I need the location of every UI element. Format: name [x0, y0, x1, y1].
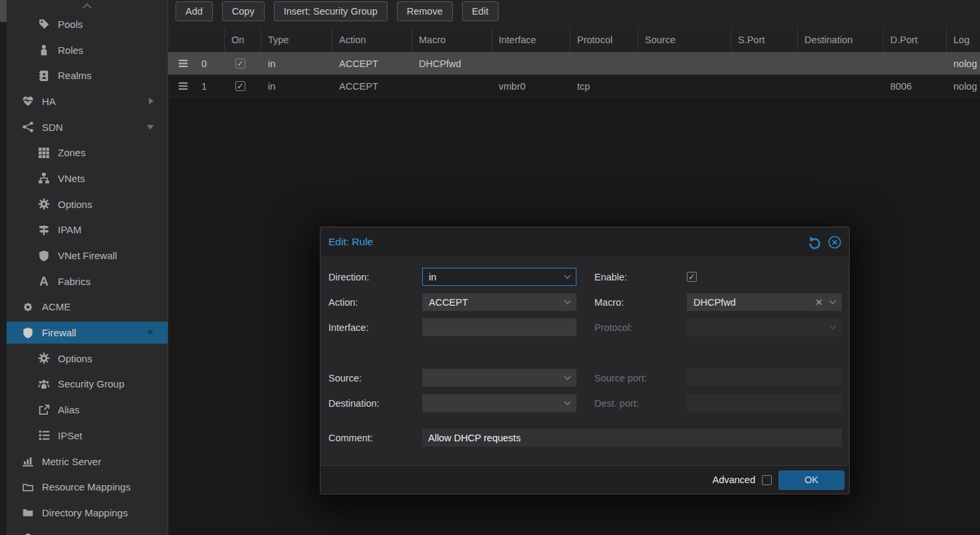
list-ol-icon: [38, 429, 50, 441]
advanced-label: Advanced: [713, 475, 756, 485]
cell-log: nolog: [947, 75, 980, 97]
sidebar-scroll-up[interactable]: [7, 0, 168, 11]
action-combo[interactable]: ACCEPT: [422, 293, 576, 311]
rule-row-1[interactable]: 1inACCEPTvmbr0tcp8006nolog: [168, 75, 980, 98]
direction-combo[interactable]: in: [422, 268, 576, 286]
sidebar-item-ipset[interactable]: IPSet: [7, 423, 168, 449]
scrollbar-thumb[interactable]: [0, 0, 7, 22]
column-header-destination[interactable]: Destination: [798, 28, 884, 52]
destination-combo[interactable]: [422, 394, 576, 412]
chevron-down-icon: [830, 298, 836, 304]
column-header-protocol[interactable]: Protocol: [570, 28, 638, 52]
collapse-arrow-icon[interactable]: [147, 125, 154, 130]
sidebar-items: PoolsRolesRealmsHASDNZonesVNetsOptionsIP…: [7, 11, 168, 535]
sidebar-item-label: Resource Mappings: [42, 481, 130, 492]
edit-button[interactable]: Edit: [462, 1, 499, 21]
cell-type: in: [261, 53, 332, 74]
copy-button[interactable]: Copy: [222, 1, 265, 21]
sidebar-item-security-group[interactable]: Security Group: [7, 372, 168, 397]
sidebar-item-sdn[interactable]: SDN: [7, 114, 168, 140]
sidebar-item-vnet-firewall[interactable]: VNet Firewall: [7, 243, 168, 268]
sidebar-item-label: Roles: [58, 45, 83, 56]
macro-value: DHCPfwd: [693, 297, 814, 308]
fabrics-icon: [38, 275, 50, 287]
expand-arrow-icon[interactable]: [149, 98, 154, 104]
cell-dport: [884, 53, 947, 74]
sidebar-item-resource-mappings[interactable]: Resource Mappings: [7, 474, 168, 500]
cell-log: nolog: [947, 53, 980, 74]
macro-label: Macro:: [594, 297, 687, 308]
cell-destination: [798, 53, 884, 74]
chevron-down-icon: [564, 374, 571, 380]
undo-icon[interactable]: [808, 235, 822, 249]
sidebar-item-acme[interactable]: ACME: [7, 294, 168, 320]
rule-on-checkbox[interactable]: [235, 81, 245, 91]
column-header-on[interactable]: On: [225, 28, 261, 52]
rules-table-header: OnTypeActionMacroInterfaceProtocolSource…: [168, 28, 980, 53]
macro-combo[interactable]: DHCPfwd ✕: [687, 293, 842, 311]
cell-protocol: [570, 53, 638, 74]
sidebar-item-label: Directory Mappings: [42, 507, 128, 518]
sidebar-item-options[interactable]: Options: [7, 191, 168, 217]
action-label: Action:: [328, 297, 422, 308]
drag-handle-icon[interactable]: [178, 58, 189, 68]
sidebar-nav: PoolsRolesRealmsHASDNZonesVNetsOptionsIP…: [7, 0, 168, 535]
sidebar-item-metric-server[interactable]: Metric Server: [7, 449, 168, 475]
source-combo[interactable]: [422, 369, 576, 387]
enable-checkbox[interactable]: [687, 272, 697, 282]
sidebar-item-directory-mappings[interactable]: Directory Mappings: [7, 500, 168, 526]
protocol-combo: [687, 318, 842, 336]
sidebar-item-zones[interactable]: Zones: [7, 140, 168, 165]
sidebar-item-alias[interactable]: Alias: [7, 397, 168, 423]
sidebar-item-fabrics[interactable]: Fabrics: [7, 268, 168, 294]
destination-label: Destination:: [328, 398, 422, 409]
action-value: ACCEPT: [429, 297, 565, 308]
interface-input[interactable]: [422, 318, 576, 336]
sidebar-item-vnets[interactable]: VNets: [7, 165, 168, 191]
source-port-label: Source port:: [594, 373, 687, 383]
outer-scrollbar[interactable]: [0, 0, 7, 535]
sidebar-item-label: VNets: [58, 173, 85, 184]
column-header-type[interactable]: Type: [261, 28, 332, 52]
sidebar-item-pools[interactable]: Pools: [7, 11, 168, 37]
ok-button[interactable]: OK: [779, 471, 844, 490]
dialog-header[interactable]: Edit: Rule: [320, 227, 849, 257]
bell-icon: [22, 532, 34, 535]
insert-security-group-button[interactable]: Insert: Security Group: [274, 1, 388, 21]
rules-toolbar: AddCopyInsert: Security GroupRemoveEdit: [168, 0, 980, 28]
collapse-arrow-icon[interactable]: [147, 330, 154, 335]
column-header-s-port[interactable]: S.Port: [731, 28, 798, 52]
column-header-log[interactable]: Log: [947, 28, 980, 52]
column-header-action[interactable]: Action: [332, 28, 412, 52]
sidebar-item-options[interactable]: Options: [7, 346, 168, 372]
sidebar-item-ipam[interactable]: IPAM: [7, 217, 168, 243]
advanced-checkbox[interactable]: [762, 475, 772, 485]
dialog-footer: Advanced OK: [320, 465, 849, 494]
rule-on-checkbox[interactable]: [235, 58, 245, 68]
vnets-icon: [38, 172, 50, 184]
clear-icon[interactable]: ✕: [814, 296, 823, 308]
column-header-d-port[interactable]: D.Port: [884, 28, 947, 52]
sidebar-item-firewall[interactable]: Firewall: [7, 320, 168, 346]
rule-row-0[interactable]: 0inACCEPTDHCPfwdnolog: [168, 53, 980, 75]
chevron-down-icon: [830, 323, 836, 330]
column-header-interface[interactable]: Interface: [492, 28, 570, 52]
remove-button[interactable]: Remove: [397, 1, 453, 21]
sidebar-item-notifications[interactable]: Notifications: [7, 526, 168, 535]
cell-protocol: tcp: [570, 75, 638, 97]
folder-icon: [22, 506, 34, 518]
column-header-macro[interactable]: Macro: [412, 28, 492, 52]
address-book-icon: [38, 70, 50, 82]
column-header-row-number[interactable]: [168, 28, 225, 52]
sidebar-item-roles[interactable]: Roles: [7, 37, 168, 63]
comment-input[interactable]: [422, 429, 842, 447]
add-button[interactable]: Add: [176, 1, 213, 21]
column-header-source[interactable]: Source: [638, 28, 731, 52]
close-icon[interactable]: [828, 235, 842, 249]
sidebar-item-realms[interactable]: Realms: [7, 62, 168, 88]
external-link-icon: [38, 404, 50, 416]
grid-icon: [38, 147, 50, 159]
drag-handle-icon[interactable]: [178, 81, 189, 91]
sidebar-item-ha[interactable]: HA: [7, 88, 168, 114]
cell-dport: 8006: [884, 75, 947, 97]
